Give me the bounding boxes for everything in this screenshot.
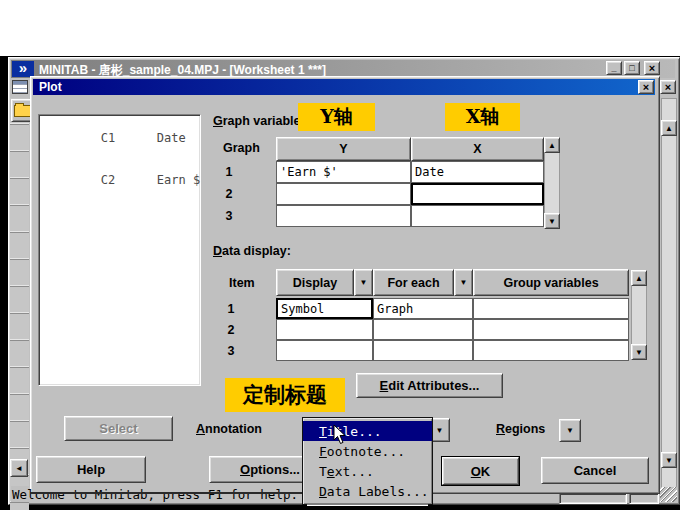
dd-foreach-dropdown-icon[interactable]: ▼ bbox=[454, 269, 473, 296]
accel: E bbox=[380, 378, 389, 393]
dd-cell-foreach1[interactable]: Graph bbox=[373, 298, 473, 319]
dd-cell-display1[interactable]: Symbol bbox=[276, 298, 373, 319]
hscroll-left-button[interactable]: ◄ bbox=[10, 459, 28, 477]
dd-rownum: 1 bbox=[221, 298, 241, 319]
cancel-button[interactable]: Cancel bbox=[541, 457, 649, 484]
graph-variables-label: Graph variables: bbox=[213, 114, 312, 128]
accel: T bbox=[319, 424, 327, 439]
vscroll-up-button[interactable]: ▲ bbox=[661, 120, 677, 136]
custom-title-callout: 定制标题 bbox=[225, 378, 345, 412]
vscrollbar[interactable] bbox=[661, 98, 677, 488]
dialog-close-icon[interactable]: × bbox=[638, 80, 654, 94]
label-text: egions bbox=[505, 422, 545, 436]
dd-col-foreach-header[interactable]: For each bbox=[373, 269, 454, 296]
accel: O bbox=[471, 464, 481, 479]
edit-attributes-button[interactable]: Edit Attributes... bbox=[356, 373, 503, 398]
status-panel bbox=[559, 493, 627, 504]
dialog-title: Plot bbox=[39, 80, 62, 94]
regions-label: Regions bbox=[496, 422, 545, 436]
close-button[interactable]: × bbox=[644, 61, 660, 75]
menu-item-text[interactable]: Text... bbox=[303, 461, 432, 481]
gv-cell-y1[interactable]: 'Earn $' bbox=[276, 161, 411, 183]
accel: R bbox=[496, 422, 505, 436]
gv-rownum: 2 bbox=[219, 183, 239, 205]
dd-cell-foreach3[interactable] bbox=[373, 340, 473, 361]
variable-name: Date bbox=[157, 131, 186, 145]
dd-display-dropdown-icon[interactable]: ▼ bbox=[354, 269, 373, 296]
dd-cell-display3[interactable] bbox=[276, 340, 373, 361]
gv-col-x-header[interactable]: X bbox=[411, 137, 544, 161]
gv-scroll-down-icon[interactable]: ▼ bbox=[544, 213, 560, 229]
mouse-cursor-icon bbox=[333, 424, 347, 446]
dd-rownum: 2 bbox=[221, 319, 241, 340]
list-item[interactable]: C2Earn $ bbox=[43, 159, 200, 201]
gv-scroll-up-icon[interactable]: ▲ bbox=[544, 137, 560, 153]
annotation-menu: Title... Footnote... Text... Data Labels… bbox=[302, 417, 433, 505]
dd-cell-group3[interactable] bbox=[473, 340, 629, 361]
annotation-label: Annotation bbox=[196, 422, 262, 436]
accel: e bbox=[327, 464, 335, 479]
ok-button[interactable]: OK bbox=[442, 457, 519, 485]
dd-cell-group1[interactable] bbox=[473, 298, 629, 319]
gv-rownum: 1 bbox=[219, 161, 239, 183]
accel: A bbox=[196, 422, 205, 436]
mdi-close-icon[interactable]: × bbox=[660, 80, 676, 94]
data-display-label: Data display: bbox=[213, 244, 291, 258]
regions-dropdown-icon[interactable]: ▼ bbox=[559, 419, 581, 442]
label-text: T bbox=[319, 464, 327, 479]
label-text: Help bbox=[77, 462, 105, 477]
gv-cell-x2[interactable] bbox=[411, 183, 544, 205]
dd-cell-display2[interactable] bbox=[276, 319, 373, 340]
accel: G bbox=[213, 114, 223, 128]
gv-cell-y2[interactable] bbox=[276, 183, 411, 205]
dd-cell-group2[interactable] bbox=[473, 319, 629, 340]
minitab-logo-icon: » bbox=[12, 61, 34, 77]
dd-col-display-header[interactable]: Display bbox=[276, 269, 354, 296]
label-text: Cancel bbox=[574, 463, 617, 478]
menu-item-title[interactable]: Title... bbox=[303, 421, 432, 441]
worksheet-icon bbox=[12, 80, 28, 94]
variables-listbox[interactable]: C1Date C2Earn $ bbox=[38, 114, 201, 386]
gv-col-y-header[interactable]: Y bbox=[276, 137, 411, 161]
gv-cell-x3[interactable] bbox=[411, 205, 544, 227]
dd-scroll-up-icon[interactable]: ▲ bbox=[631, 270, 647, 286]
accel: D bbox=[319, 484, 327, 499]
label-text: ata Labels... bbox=[327, 484, 429, 499]
variable-name: Earn $ bbox=[157, 173, 200, 187]
dd-scroll-down-icon[interactable]: ▼ bbox=[631, 344, 647, 360]
status-panel bbox=[629, 493, 659, 504]
folder-icon bbox=[14, 105, 31, 117]
menu-separator bbox=[307, 504, 428, 506]
list-item[interactable]: C1Date bbox=[43, 117, 200, 159]
accel: O bbox=[240, 462, 250, 477]
x-axis-callout: X轴 bbox=[445, 103, 520, 131]
dd-cell-foreach2[interactable] bbox=[373, 319, 473, 340]
label-text: dit Attributes... bbox=[388, 378, 479, 393]
gv-corner-label: Graph bbox=[223, 141, 260, 155]
vscroll-down-button[interactable]: ▼ bbox=[661, 452, 677, 468]
dd-rownum: 3 bbox=[221, 340, 241, 361]
gv-cell-y3[interactable] bbox=[276, 205, 411, 227]
help-button[interactable]: Help bbox=[36, 456, 146, 483]
label-text: K bbox=[481, 464, 490, 479]
accel: F bbox=[319, 444, 327, 459]
dd-corner-label: Item bbox=[229, 276, 255, 290]
gv-cell-x1[interactable]: Date bbox=[411, 161, 544, 183]
dialog-titlebar: Plot × bbox=[33, 79, 655, 95]
resize-grip[interactable] bbox=[660, 487, 677, 502]
minimize-button[interactable]: _ bbox=[606, 61, 622, 75]
label-text: Select bbox=[99, 421, 137, 436]
left-toolbar-strip bbox=[10, 98, 29, 510]
menu-item-footnote[interactable]: Footnote... bbox=[303, 441, 432, 461]
maximize-button[interactable]: □ bbox=[624, 61, 640, 75]
label-text: ptions... bbox=[250, 462, 300, 477]
variable-id: C2 bbox=[101, 173, 157, 187]
label-text: nnotation bbox=[205, 422, 262, 436]
gv-rownum: 3 bbox=[219, 205, 239, 227]
select-button[interactable]: Select bbox=[64, 416, 173, 441]
menu-item-data-labels[interactable]: Data Labels... bbox=[303, 481, 432, 501]
variable-id: C1 bbox=[101, 131, 157, 145]
y-axis-callout: Y轴 bbox=[298, 103, 375, 131]
label-text: ata display: bbox=[222, 244, 291, 258]
dd-col-group-header[interactable]: Group variables bbox=[473, 269, 629, 296]
